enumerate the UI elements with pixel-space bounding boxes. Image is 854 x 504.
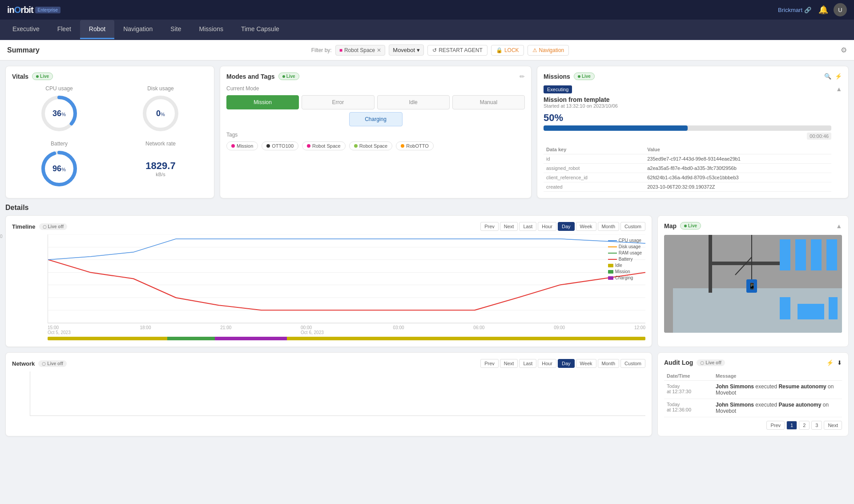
mode-section: Current Mode Mission Error Idle Manual C… xyxy=(226,85,525,126)
mode-mission[interactable]: Mission xyxy=(226,95,299,109)
tab-navigation[interactable]: Navigation xyxy=(114,20,161,39)
period-hour[interactable]: Hour xyxy=(538,222,556,231)
page-prev-btn[interactable]: Prev xyxy=(766,421,785,430)
audit-row-1: Todayat 12:37:30 John Simmons executed R… xyxy=(664,381,842,399)
period-month[interactable]: Month xyxy=(598,222,620,231)
period-prev[interactable]: Prev xyxy=(480,222,499,231)
bar-mission xyxy=(167,337,215,340)
live-badge: Live xyxy=(32,73,53,80)
cpu-gauge: 36% xyxy=(39,93,79,133)
bell-icon[interactable]: 🔔 xyxy=(818,5,828,15)
missions-live-badge: Live xyxy=(574,73,595,80)
legend-cpu: CPU usage xyxy=(608,238,642,243)
tab-site[interactable]: Site xyxy=(161,20,190,39)
map-live-badge: Live xyxy=(680,222,701,230)
tab-timecapsule[interactable]: Time Capsule xyxy=(232,20,288,39)
legend-battery: Battery xyxy=(608,257,642,262)
period-day[interactable]: Day xyxy=(558,222,575,231)
mission-date: Started at 13:32:10 on 2023/10/06 xyxy=(544,103,831,109)
filter-chip-space[interactable]: ■ Robot Space ✕ xyxy=(335,45,386,56)
bar-idle2 xyxy=(287,337,645,340)
missions-title: Missions Live xyxy=(544,73,595,80)
audit-datetime-1: Todayat 12:37:30 xyxy=(664,381,713,399)
network-metric: Network rate 1829.7 kB/s xyxy=(113,141,208,189)
logo: inOrbit Enterprise xyxy=(7,5,60,15)
battery-value: 96% xyxy=(52,164,66,173)
disk-label: Disk usage xyxy=(147,85,173,92)
mode-charging[interactable]: Charging xyxy=(349,112,403,126)
period-custom[interactable]: Custom xyxy=(620,222,645,231)
lock-button[interactable]: 🔒 LOCK xyxy=(491,45,524,56)
page-1-btn[interactable]: 1 xyxy=(786,421,797,430)
network-chart-placeholder xyxy=(30,371,645,416)
tag-mission: Mission xyxy=(226,141,258,150)
filter-dropdown-robot[interactable]: Movebot ▾ xyxy=(389,44,424,56)
nav-tabs: Executive Fleet Robot Navigation Site Mi… xyxy=(0,20,854,40)
audit-table-header: Date/Time Message xyxy=(664,371,842,381)
pagination: Prev 1 2 3 Next xyxy=(664,421,842,430)
restart-agent-button[interactable]: ↺ RESTART AGENT xyxy=(427,45,487,56)
details-title: Details xyxy=(5,204,849,212)
map-title: Map Live xyxy=(664,222,701,230)
cpu-label: CPU usage xyxy=(45,85,73,92)
user-link[interactable]: Brickmart 🔗 xyxy=(778,7,811,13)
page-next-btn[interactable]: Next xyxy=(824,421,842,430)
net-period-prev[interactable]: Prev xyxy=(480,359,499,368)
modes-title: Modes and Tags Live xyxy=(226,73,299,80)
net-period-custom[interactable]: Custom xyxy=(620,359,645,368)
net-period-month[interactable]: Month xyxy=(598,359,620,368)
tags-row: Mission OTTO100 Robot Space Robot Space xyxy=(226,141,525,150)
legend: CPU usage Disk usage RAM usage xyxy=(608,238,642,280)
mode-idle[interactable]: Idle xyxy=(377,95,450,109)
map-card: Map Live ▲ xyxy=(657,215,849,347)
modes-card: Modes and Tags Live ✏ Current Mode Missi… xyxy=(220,66,532,198)
network-period-buttons: Prev Next Last Hour Day Week Month Custo… xyxy=(480,359,645,368)
cpu-metric: CPU usage 36% xyxy=(12,85,106,133)
bar-charging xyxy=(215,337,286,340)
net-period-week[interactable]: Week xyxy=(576,359,596,368)
mode-buttons: Mission Error Idle Manual xyxy=(226,95,525,109)
progress-fill xyxy=(544,125,688,131)
map-header: Map Live ▲ xyxy=(664,222,842,230)
navigation-button[interactable]: ⚠ Navigation xyxy=(528,45,569,56)
filter-icon[interactable]: ⚡ xyxy=(835,73,842,80)
table-header-row: Data key Value xyxy=(544,145,831,154)
legend-charging: Charging xyxy=(608,275,642,280)
tab-executive[interactable]: Executive xyxy=(4,20,48,39)
audit-download-icon[interactable]: ⬇ xyxy=(837,359,842,366)
audit-filter-icon[interactable]: ⚡ xyxy=(826,359,834,366)
tab-fleet[interactable]: Fleet xyxy=(48,20,80,39)
timeline-title: Timeline ◌ Live off xyxy=(12,223,67,230)
x-axis-labels: 15:00Oct 5, 2023 18:00 21:00 00:00Oct 6,… xyxy=(48,325,645,335)
main-content: Vitals Live CPU usage xyxy=(0,60,854,442)
tag-otto100: OTTO100 xyxy=(262,141,298,150)
avatar[interactable]: U xyxy=(834,3,847,16)
period-next[interactable]: Next xyxy=(500,222,518,231)
tab-robot[interactable]: Robot xyxy=(80,20,114,39)
page-2-btn[interactable]: 2 xyxy=(799,421,810,430)
network-unit: kB/s xyxy=(156,172,165,177)
tab-missions[interactable]: Missions xyxy=(190,20,232,39)
audit-table: Date/Time Message Todayat 12:37:30 John … xyxy=(664,371,842,417)
header-icons: 🔔 U xyxy=(818,3,847,16)
mode-error[interactable]: Error xyxy=(302,95,374,109)
mission-row: Executing Mission from template Started … xyxy=(544,85,842,192)
audit-datetime-2: Todayat 12:36:00 xyxy=(664,399,713,417)
collapse-btn[interactable]: ▲ xyxy=(836,85,842,93)
net-period-hour[interactable]: Hour xyxy=(538,359,556,368)
map-collapse-btn[interactable]: ▲ xyxy=(836,222,842,230)
svg-rect-24 xyxy=(780,297,790,319)
settings-icon[interactable]: ⚙ xyxy=(841,46,847,54)
net-period-day[interactable]: Day xyxy=(558,359,575,368)
svg-rect-26 xyxy=(829,297,838,319)
page-3-btn[interactable]: 3 xyxy=(811,421,822,430)
net-period-next[interactable]: Next xyxy=(500,359,518,368)
search-icon[interactable]: 🔍 xyxy=(824,73,831,80)
edit-icon[interactable]: ✏ xyxy=(520,73,525,80)
net-period-last[interactable]: Last xyxy=(519,359,536,368)
period-week[interactable]: Week xyxy=(576,222,596,231)
mode-manual[interactable]: Manual xyxy=(452,95,525,109)
map-svg: 📱 xyxy=(664,235,842,333)
period-last[interactable]: Last xyxy=(519,222,536,231)
table-row: client_reference_id 62fd24b1-c36a-4d9d-8… xyxy=(544,173,831,182)
